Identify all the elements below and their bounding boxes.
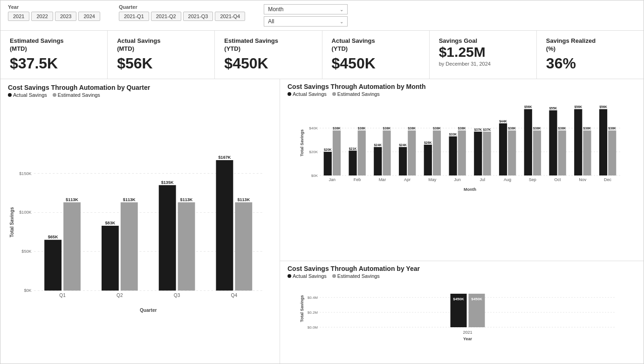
quarter-btn-q4[interactable]: 2021-Q4 [215, 12, 245, 21]
svg-text:Jun: Jun [454, 177, 461, 182]
svg-text:$37K: $37K [483, 128, 491, 132]
svg-text:$21K: $21K [349, 147, 357, 150]
kpi-actual-ytd: Actual Savings(YTD) $450K [322, 31, 430, 79]
svg-rect-83 [549, 110, 557, 175]
svg-rect-40 [333, 130, 341, 175]
svg-rect-53 [399, 147, 407, 175]
svg-text:$55K: $55K [549, 107, 557, 110]
chart-right-panel: Cost Savings Through Automation by Month… [280, 79, 644, 364]
chart-quarter-section: Cost Savings Through Automation by Quart… [0, 79, 280, 364]
svg-rect-20 [159, 185, 176, 291]
chevron-down-icon: ⌄ [340, 7, 343, 12]
legend-estimated-dot-year [332, 274, 336, 278]
svg-text:$56K: $56K [574, 105, 582, 109]
svg-text:$0.4M: $0.4M [308, 296, 318, 300]
chart-month-svg-wrapper: $0K$20K$40KTotal SavingsMonth$20K$38KJan… [288, 99, 636, 192]
kpi-actual-mtd: Actual Savings(MTD) $56K [108, 31, 215, 79]
svg-text:$38K: $38K [358, 127, 366, 130]
svg-rect-15 [102, 226, 119, 290]
kpi-estimated-mtd: Estimated Savings(MTD) $37.5K [0, 31, 108, 79]
svg-text:Year: Year [463, 337, 473, 341]
svg-text:Apr: Apr [404, 177, 411, 182]
kpi-savings-realized: Savings Realized(%) 36% [537, 31, 644, 79]
kpi-actual-mtd-title: Actual Savings(MTD) [117, 37, 160, 53]
svg-rect-58 [424, 145, 432, 175]
quarter-btn-q2[interactable]: 2021-Q2 [151, 12, 181, 21]
svg-text:$65K: $65K [48, 235, 58, 239]
chart-year-legend: Actual Savings Estimated Savings [288, 273, 636, 279]
svg-rect-17 [121, 202, 138, 290]
svg-text:Oct: Oct [555, 177, 562, 182]
svg-text:Feb: Feb [354, 177, 361, 182]
chart-quarter-svg-wrapper: $0K$50K$100K$150KTotal SavingsQuarter$65… [8, 100, 272, 359]
svg-text:$24K: $24K [399, 143, 407, 147]
svg-rect-27 [235, 202, 252, 290]
kpi-actual-mtd-value: $56K [117, 55, 153, 72]
month-chart-svg: $0K$20K$40KTotal SavingsMonth$20K$38KJan… [288, 99, 636, 192]
svg-text:Total Savings: Total Savings [300, 295, 304, 322]
quarter-btn-q3[interactable]: 2021-Q3 [183, 12, 213, 21]
svg-text:$38K: $38K [458, 127, 466, 130]
svg-rect-12 [63, 202, 81, 290]
kpi-savings-goal-title: Savings Goal [439, 37, 477, 44]
svg-rect-25 [216, 160, 233, 290]
year-chart-svg: $0.0M$0.2M$0.4MTotal SavingsYear$450K$45… [288, 281, 636, 341]
svg-rect-48 [374, 147, 382, 175]
kpi-savings-realized-value: 36% [546, 55, 576, 72]
month-label: Month [268, 6, 283, 13]
kpi-savings-goal-subtitle: by December 31, 2024 [439, 61, 491, 67]
svg-rect-65 [458, 130, 466, 175]
quarter-btn-q1[interactable]: 2021-Q1 [119, 12, 149, 21]
svg-text:$50K: $50K [21, 249, 31, 254]
svg-rect-90 [583, 130, 591, 175]
svg-text:$0K: $0K [24, 288, 31, 293]
svg-text:May: May [428, 177, 437, 182]
legend-estimated-dot-quarter [53, 93, 56, 97]
kpi-savings-goal-value: $1.25M [439, 44, 486, 60]
svg-text:$0.0M: $0.0M [308, 325, 318, 330]
svg-text:Q3: Q3 [174, 293, 180, 298]
legend-actual-label-year: Actual Savings [293, 273, 327, 279]
svg-text:$135K: $135K [161, 180, 174, 184]
svg-rect-50 [383, 130, 391, 175]
svg-text:$20K: $20K [309, 150, 318, 154]
quarter-chart-svg: $0K$50K$100K$150KTotal SavingsQuarter$65… [8, 100, 272, 359]
svg-text:$38K: $38K [608, 127, 616, 130]
chart-year-svg-wrapper: $0.0M$0.2M$0.4MTotal SavingsYear$450K$45… [288, 281, 636, 341]
year-filter-group: Year 2021 2022 2023 2024 [8, 4, 100, 21]
legend-actual-label-quarter: Actual Savings [13, 92, 47, 98]
month-dropdown-selected[interactable]: All ⌄ [264, 16, 348, 27]
svg-rect-10 [44, 240, 62, 290]
year-btn-2024[interactable]: 2024 [78, 12, 100, 21]
svg-rect-88 [574, 109, 582, 175]
svg-text:Jul: Jul [480, 177, 486, 182]
kpi-estimated-ytd-title: Estimated Savings(YTD) [224, 37, 278, 53]
legend-estimated-label-month: Estimated Savings [337, 91, 380, 97]
svg-text:$38K: $38K [583, 127, 591, 130]
legend-estimated-label-quarter: Estimated Savings [58, 92, 100, 98]
svg-text:$113K: $113K [237, 197, 250, 202]
kpi-savings-realized-title: Savings Realized(%) [546, 37, 596, 53]
svg-rect-75 [508, 130, 516, 175]
chart-year-section: Cost Savings Through Automation by Year … [280, 261, 644, 364]
svg-rect-45 [358, 130, 366, 175]
svg-text:2021: 2021 [463, 330, 472, 335]
year-btn-2023[interactable]: 2023 [55, 12, 76, 21]
filter-bar: Year 2021 2022 2023 2024 Quarter 2021-Q1… [0, 0, 644, 31]
legend-estimated-label-year: Estimated Savings [337, 273, 380, 279]
svg-rect-70 [483, 132, 491, 175]
svg-text:$450K: $450K [453, 297, 464, 301]
month-dropdown-top[interactable]: Month ⌄ [264, 4, 348, 14]
svg-text:$38K: $38K [433, 127, 441, 130]
quarter-filter-buttons: 2021-Q1 2021-Q2 2021-Q3 2021-Q4 [119, 12, 245, 21]
svg-rect-78 [524, 109, 532, 175]
kpi-estimated-ytd-value: $450K [224, 55, 268, 72]
charts-area: Cost Savings Through Automation by Quart… [0, 79, 644, 364]
svg-rect-85 [558, 130, 566, 175]
kpi-estimated-mtd-value: $37.5K [10, 55, 58, 72]
year-btn-2021[interactable]: 2021 [8, 12, 29, 21]
svg-text:Mar: Mar [379, 177, 386, 182]
year-btn-2022[interactable]: 2022 [31, 12, 53, 21]
svg-text:$24K: $24K [374, 143, 382, 147]
month-selected-value: All [268, 18, 274, 25]
